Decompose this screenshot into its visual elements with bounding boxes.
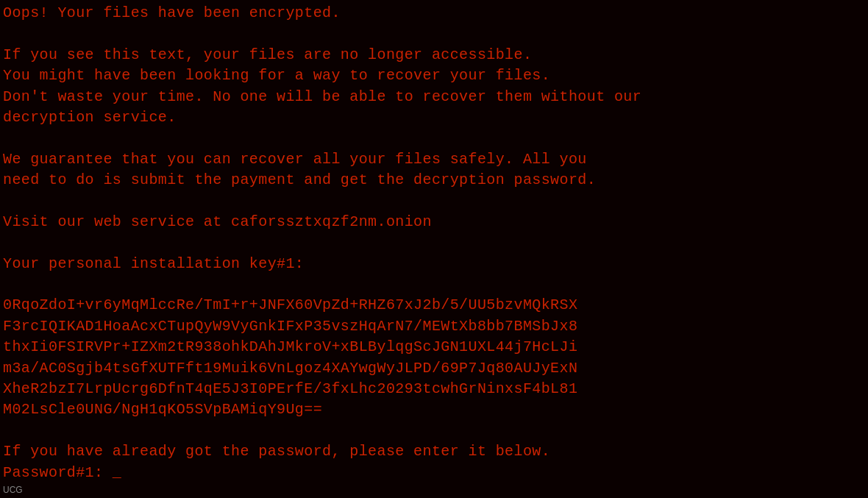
line-10: 0RqoZdoI+vr6yMqMlccRe/TmI+r+JNFX60VpZd+R…	[3, 295, 862, 316]
line-2: If you see this text, your files are no …	[3, 45, 862, 65]
line-12: thxIi0FSIRVPr+IZXm2tR938ohkDAhJMkroV+xBL…	[3, 337, 862, 358]
line-5: decryption service.	[3, 107, 862, 128]
line-empty-6	[3, 421, 862, 441]
line-9: Your personal installation key#1:	[3, 254, 862, 274]
line-empty-3	[3, 191, 862, 212]
line-8: Visit our web service at caforssztxqzf2n…	[3, 212, 862, 232]
terminal-output: Oops! Your files have been encrypted. If…	[0, 0, 868, 498]
line-13: m3a/AC0Sgjb4tsGfXUTFft19Muik6VnLgoz4XAYw…	[3, 358, 862, 379]
line-1: Oops! Your files have been encrypted.	[3, 3, 862, 24]
ransomware-screen: Oops! Your files have been encrypted. If…	[0, 0, 868, 498]
line-17-password[interactable]: Password#1: _	[3, 463, 862, 483]
line-15: M02LsCle0UNG/NgH1qKO5SVpBAMiqY9Ug==	[3, 399, 862, 420]
line-empty-4	[3, 232, 862, 253]
line-16: If you have already got the password, pl…	[3, 441, 862, 462]
watermark-label: UCG	[3, 485, 23, 495]
line-14: XheR2bzI7LrpUcrg6DfnT4qE5J3I0PErfE/3fxLh…	[3, 379, 862, 399]
line-empty-1	[3, 24, 862, 44]
line-empty-2	[3, 128, 862, 149]
line-4: Don't waste your time. No one will be ab…	[3, 87, 862, 107]
line-empty-5	[3, 274, 862, 295]
line-3: You might have been looking for a way to…	[3, 65, 862, 86]
line-7: need to do is submit the payment and get…	[3, 170, 862, 191]
line-6: We guarantee that you can recover all yo…	[3, 149, 862, 170]
line-11: F3rcIQIKAD1HoaAcxCTupQyW9VyGnkIFxP35vszH…	[3, 316, 862, 337]
